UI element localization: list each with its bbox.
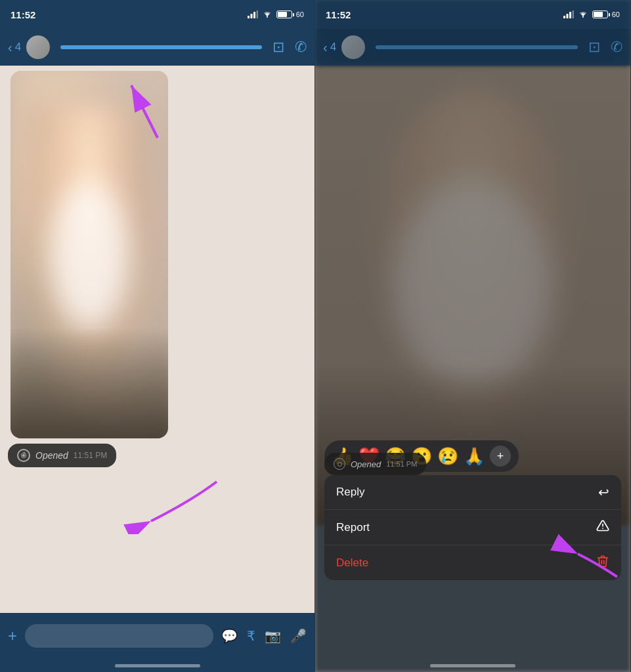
arrow-annotation-right (545, 524, 624, 590)
arrow-annotation-bottom (98, 469, 230, 534)
input-bar-left: + 💬 ₹ 📷 🎤 (0, 613, 315, 659)
svg-rect-7 (563, 16, 565, 18)
home-indicator-left (0, 659, 315, 672)
back-chevron-right: ‹ (323, 40, 328, 55)
signal-icon-right (563, 10, 574, 18)
mic-button[interactable]: 🎤 (290, 628, 307, 644)
signal-icon (248, 10, 258, 18)
svg-point-11 (582, 16, 584, 18)
back-count: 4 (15, 41, 21, 54)
nav-actions-right: ⊡ ✆ (588, 39, 622, 56)
nav-bar-left: ‹ 4 ⊡ ✆ (0, 29, 315, 66)
camera-icon[interactable]: 📷 (265, 628, 281, 644)
status-bar-right: 11:52 60 (315, 0, 630, 29)
opened-time-left: 11:51 PM (74, 451, 107, 460)
time-left: 11:52 (11, 9, 35, 20)
avatar-right (341, 35, 365, 59)
home-bar-right (430, 664, 515, 667)
opened-status-bubble-right: Opened 11:51 PM (324, 453, 426, 475)
right-content-layer: 11:52 60 (315, 0, 630, 672)
status-icons-right: 60 (563, 10, 620, 18)
contact-name-bar (60, 45, 262, 49)
battery-percent-right: 60 (612, 10, 620, 18)
opened-label-right: Opened (351, 459, 381, 469)
reply-label: Reply (336, 486, 364, 499)
plus-button[interactable]: + (8, 627, 17, 645)
reply-icon: ↩ (598, 484, 609, 500)
context-menu-reply[interactable]: Reply ↩ (324, 475, 621, 510)
svg-rect-9 (569, 12, 571, 18)
back-button[interactable]: ‹ 4 (8, 40, 21, 55)
svg-rect-10 (572, 10, 574, 18)
chat-area-left: Opened 11:51 PM (0, 66, 315, 613)
svg-rect-8 (566, 14, 568, 18)
phone-icon[interactable]: ✆ (295, 39, 307, 56)
opened-icon (17, 449, 30, 462)
message-input[interactable] (25, 624, 213, 648)
back-count-right: 4 (330, 41, 336, 54)
nav-bar-right: ‹ 4 ⊡ ✆ (315, 29, 630, 66)
sticker-icon[interactable]: 💬 (221, 628, 238, 644)
svg-rect-2 (253, 12, 255, 18)
phone-icon-right[interactable]: ✆ (611, 39, 622, 56)
home-indicator-right (315, 659, 630, 672)
opened-icon-right (334, 458, 345, 470)
battery-icon-right (592, 10, 608, 18)
svg-point-4 (267, 16, 268, 18)
emoji-more-button[interactable]: + (490, 446, 511, 467)
opened-time-right: 11:51 PM (386, 460, 417, 468)
rupee-icon[interactable]: ₹ (247, 628, 255, 644)
photo-message (11, 71, 168, 438)
emoji-pray[interactable]: 🙏 (464, 446, 485, 467)
back-button-right[interactable]: ‹ 4 (323, 40, 336, 55)
delete-label: Delete (336, 556, 368, 570)
emoji-cry[interactable]: 😢 (437, 446, 458, 467)
wifi-icon-right (578, 10, 588, 18)
battery-icon (276, 10, 292, 18)
status-icons-left: 60 (248, 10, 304, 18)
opened-label-left: Opened (35, 450, 68, 461)
time-right: 11:52 (326, 9, 351, 20)
video-call-icon[interactable]: ⊡ (272, 39, 284, 56)
svg-rect-3 (256, 10, 258, 18)
report-label: Report (336, 521, 370, 534)
input-action-icons: 💬 ₹ 📷 🎤 (221, 628, 307, 644)
status-bar-left: 11:52 60 (0, 0, 315, 29)
back-chevron: ‹ (8, 40, 12, 55)
nav-actions: ⊡ ✆ (272, 39, 307, 56)
home-bar (115, 664, 200, 667)
avatar (26, 35, 50, 59)
opened-status-bubble: Opened 11:51 PM (8, 444, 116, 467)
svg-rect-1 (250, 14, 252, 18)
svg-rect-0 (248, 16, 250, 18)
left-panel: 11:52 60 (0, 0, 315, 672)
contact-name-bar-right (376, 45, 578, 49)
wifi-icon (262, 10, 272, 18)
video-call-icon-right[interactable]: ⊡ (588, 39, 600, 56)
battery-percent: 60 (296, 10, 304, 18)
right-panel: 11:52 60 (315, 0, 631, 672)
